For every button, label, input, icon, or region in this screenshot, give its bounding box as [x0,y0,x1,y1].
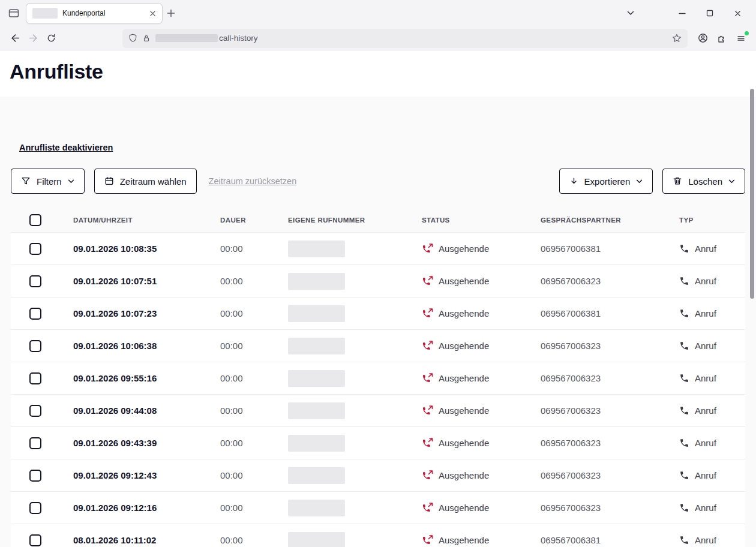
filter-button[interactable]: Filtern [11,169,85,194]
phone-icon [679,405,689,416]
cell-duration: 00:00 [220,405,288,416]
tab-close-button[interactable] [146,7,158,19]
row-checkbox[interactable] [29,502,41,514]
deactivate-row: Anrufliste deaktivieren [11,97,745,153]
table-row: 09.01.2026 09:44:08 00:00 Ausgehende 069… [11,394,745,426]
reset-range-link[interactable]: Zeitraum zurücksetzen [209,176,297,186]
forward-arrow-icon [28,33,38,43]
cell-status: Ausgehende [439,503,489,513]
own-number-redacted [288,500,345,516]
select-all-checkbox[interactable] [29,214,41,226]
firefox-view-button[interactable] [5,4,23,22]
cell-partner: 069567006381 [541,535,679,545]
cell-type: Anruf [695,341,716,351]
delete-button[interactable]: Löschen [662,169,745,194]
url-domain-redacted [155,34,218,42]
col-header-status: STATUS [422,217,541,224]
shield-icon[interactable] [128,34,137,43]
cell-datetime: 09.01.2026 09:12:43 [73,470,220,480]
export-button[interactable]: Exportieren [559,169,653,194]
reload-button[interactable] [42,29,60,47]
row-checkbox[interactable] [29,437,41,449]
cell-status: Ausgehende [439,470,489,480]
chevron-down-icon [728,179,735,184]
cell-status: Ausgehende [439,405,489,416]
date-range-button[interactable]: Zeitraum wählen [94,169,197,194]
cell-type: Anruf [695,470,716,480]
new-tab-button[interactable] [162,4,180,22]
row-checkbox[interactable] [29,470,41,482]
account-icon [698,33,708,43]
cell-datetime: 09.01.2026 10:06:38 [73,341,220,351]
page-header: Anrufliste [0,50,756,97]
url-bar[interactable]: call-history [122,29,688,48]
cell-duration: 00:00 [220,373,288,383]
table-row: 09.01.2026 09:12:43 00:00 Ausgehende 069… [11,459,745,491]
outgoing-call-icon [422,243,433,254]
row-checkbox[interactable] [29,340,41,352]
table-row: 09.01.2026 10:07:23 00:00 Ausgehende 069… [11,297,745,329]
minimize-icon [677,8,687,18]
deactivate-calllist-link[interactable]: Anrufliste deaktivieren [19,143,113,152]
phone-icon [679,535,689,545]
own-number-redacted [288,338,345,354]
row-checkbox[interactable] [29,243,41,255]
outgoing-call-icon [422,405,433,416]
cell-status: Ausgehende [439,244,489,254]
phone-icon [679,373,689,383]
cell-partner: 069567006323 [541,341,679,351]
browser-chrome: Kundenportal [0,0,756,50]
table-row: 09.01.2026 09:43:39 00:00 Ausgehende 069… [11,426,745,459]
tab-list-button[interactable] [617,0,644,26]
col-header-type: TYP [679,217,745,224]
bookmark-star-icon[interactable] [672,34,682,43]
page-scrollbar-thumb[interactable] [750,89,754,299]
row-checkbox[interactable] [29,534,41,546]
tab-favicon-redacted [32,8,58,19]
own-number-redacted [288,402,345,419]
firefox-view-icon [8,7,20,19]
row-checkbox[interactable] [29,405,41,417]
cell-partner: 069567006381 [541,308,679,318]
cell-datetime: 08.01.2026 10:11:02 [73,535,220,545]
outgoing-call-icon [422,308,433,319]
own-number-redacted [288,467,345,484]
lock-icon[interactable] [142,34,151,43]
cell-status: Ausgehende [439,438,489,448]
cell-datetime: 09.01.2026 10:07:51 [73,276,220,286]
minimize-button[interactable] [668,0,696,26]
window-close-button[interactable] [724,0,751,26]
chevron-down-icon [636,179,643,184]
cell-datetime: 09.01.2026 10:08:35 [73,244,220,254]
cell-status: Ausgehende [439,535,489,545]
window-controls [617,0,751,26]
cell-partner: 069567006323 [541,405,679,416]
delete-button-label: Löschen [688,176,722,187]
cell-datetime: 09.01.2026 09:43:39 [73,438,220,448]
account-button[interactable] [694,29,712,47]
own-number-redacted [288,305,345,322]
cell-duration: 00:00 [220,470,288,480]
extensions-button[interactable] [713,29,731,47]
row-checkbox[interactable] [29,308,41,320]
back-button[interactable] [6,29,24,47]
cell-partner: 069567006323 [541,470,679,480]
forward-button[interactable] [24,29,42,47]
phone-icon [679,438,689,448]
tab-title: Kundenportal [62,9,142,17]
cell-duration: 00:00 [220,438,288,448]
cell-type: Anruf [695,438,716,448]
hamburger-menu-icon [736,34,746,43]
trash-icon [673,176,682,186]
maximize-button[interactable] [696,0,724,26]
cell-datetime: 09.01.2026 09:55:16 [73,373,220,383]
reload-icon [47,34,56,43]
browser-tab[interactable]: Kundenportal [26,4,162,23]
row-checkbox[interactable] [29,372,41,384]
cell-duration: 00:00 [220,276,288,286]
phone-icon [679,276,689,286]
phone-icon [679,244,689,254]
cell-partner: 069567006323 [541,276,679,286]
cell-partner: 069567006381 [541,244,679,254]
row-checkbox[interactable] [29,275,41,287]
